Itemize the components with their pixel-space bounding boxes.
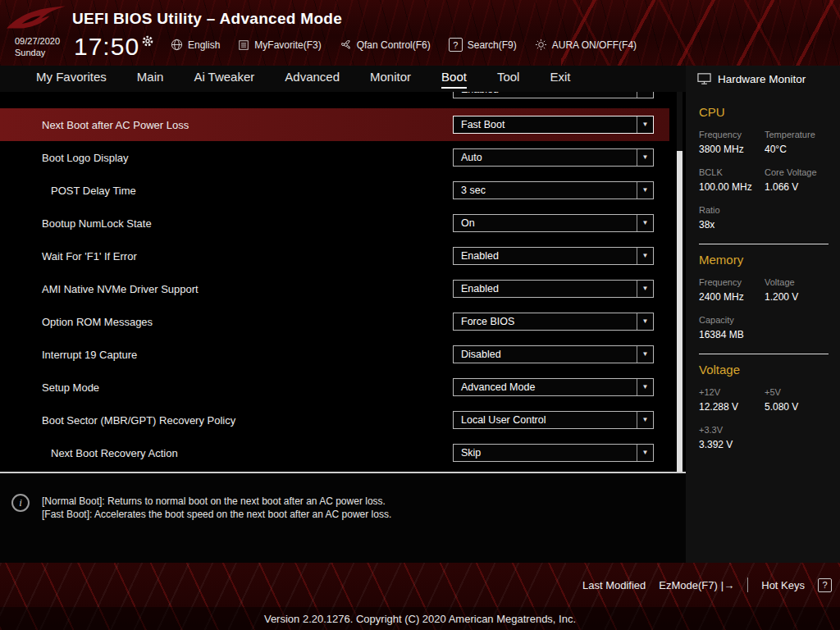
chevron-down-icon: ▼ — [637, 445, 653, 461]
setting-label: Boot Sector (MBR/GPT) Recovery Policy — [42, 414, 235, 427]
time-display: 17:50 — [74, 33, 139, 61]
tab-monitor[interactable]: Monitor — [370, 70, 411, 89]
hm-metric-value: 2400 MHz — [699, 291, 765, 303]
document-icon — [238, 39, 249, 51]
setting-dropdown[interactable]: Fast Boot▼ — [453, 116, 654, 134]
last-modified-button[interactable]: Last Modified — [582, 579, 646, 591]
scrollbar-thumb[interactable] — [677, 151, 682, 472]
setting-dropdown[interactable]: Auto▼ — [453, 148, 654, 167]
scrollbar[interactable] — [677, 92, 682, 472]
tab-exit[interactable]: Exit — [550, 70, 570, 89]
setting-label: Option ROM Messages — [42, 316, 153, 328]
setting-row[interactable]: Interrupt 19 CaptureDisabled▼ — [0, 338, 669, 371]
setting-row[interactable]: Next Boot Recovery ActionSkip▼ — [0, 436, 669, 469]
setting-dropdown[interactable]: Advanced Mode▼ — [453, 378, 654, 396]
hm-metric: +3.3V3.392 V — [699, 425, 765, 450]
ezmode-label: EzMode(F7) — [659, 579, 718, 591]
setting-label: Boot Logo Display — [42, 152, 129, 164]
chevron-down-icon: ▼ — [637, 182, 653, 199]
clock-settings-gear-icon[interactable] — [141, 34, 154, 48]
setting-label: Interrupt 19 Capture — [42, 349, 137, 361]
hm-metric: Capacity16384 MB — [699, 315, 765, 340]
hot-keys-help-icon[interactable]: ? — [818, 578, 832, 592]
fan-icon — [340, 39, 352, 51]
chevron-down-icon: ▼ — [637, 379, 653, 395]
hm-metric-label: Voltage — [765, 277, 840, 287]
setting-label: Wait For 'F1' If Error — [42, 250, 137, 262]
dropdown-value: On — [454, 215, 475, 231]
setting-row[interactable]: Wait For 'F1' If ErrorEnabled▼ — [0, 240, 669, 272]
myfavorite-label: MyFavorite(F3) — [254, 39, 321, 51]
setting-label: Bootup NumLock State — [42, 217, 152, 230]
chevron-down-icon: ▼ — [637, 281, 653, 297]
qfan-control-button[interactable]: Qfan Control(F6) — [340, 39, 431, 51]
language-button[interactable]: English — [171, 39, 220, 51]
version-footer: Version 2.20.1276. Copyright (C) 2020 Am… — [0, 607, 840, 630]
hm-metric: Ratio38x — [699, 205, 765, 231]
date-text: 09/27/2020 — [15, 35, 60, 47]
hm-metric-value: 5.080 V — [765, 401, 840, 413]
setting-row[interactable]: Boot Logo DisplayAuto▼ — [0, 141, 669, 174]
setting-row[interactable]: Next Boot after AC Power LossFast Boot▼ — [0, 108, 669, 141]
setting-dropdown-partial[interactable]: Enabled ▼ — [453, 92, 654, 98]
date-display: 09/27/2020 Sunday — [15, 35, 60, 58]
hm-metric: Temperature40°C — [765, 130, 840, 155]
dropdown-value: Skip — [454, 445, 481, 461]
myfavorite-button[interactable]: MyFavorite(F3) — [238, 39, 321, 51]
chevron-down-icon: ▼ — [637, 248, 653, 264]
main-menu-tabs: My FavoritesMainAi TweakerAdvancedMonito… — [0, 66, 686, 92]
hm-metric: Voltage1.200 V — [765, 277, 840, 303]
settings-list: Next Boot after AC Power LossFast Boot▼B… — [0, 108, 669, 469]
hm-metric-value: 3800 MHz — [699, 144, 765, 155]
tab-advanced[interactable]: Advanced — [285, 70, 340, 89]
hm-section-title: Memory — [699, 253, 840, 267]
qfan-label: Qfan Control(F6) — [357, 39, 431, 51]
setting-row[interactable]: POST Delay Time3 sec▼ — [0, 174, 669, 207]
hm-metric: +12V12.288 V — [699, 387, 765, 413]
hm-metric-value: 3.392 V — [699, 439, 765, 450]
tab-tool[interactable]: Tool — [497, 70, 520, 89]
setting-row[interactable]: AMI Native NVMe Driver SupportEnabled▼ — [0, 272, 669, 305]
setting-dropdown[interactable]: Skip▼ — [453, 444, 654, 462]
dropdown-value: Local User Control — [454, 412, 546, 428]
hm-metric-value: 100.00 MHz — [699, 181, 765, 193]
setting-row[interactable]: Option ROM MessagesForce BIOS▼ — [0, 305, 669, 338]
chevron-down-icon: ▼ — [637, 346, 653, 363]
setting-dropdown[interactable]: Local User Control▼ — [453, 411, 654, 429]
setting-dropdown[interactable]: Disabled▼ — [453, 345, 654, 363]
hm-metric-label: Temperature — [765, 130, 840, 139]
tab-my-favorites[interactable]: My Favorites — [36, 70, 107, 89]
tab-main[interactable]: Main — [137, 70, 164, 89]
setting-dropdown[interactable]: Enabled▼ — [453, 247, 654, 265]
search-label: Search(F9) — [468, 39, 517, 51]
hm-metric-label: +3.3V — [699, 425, 765, 435]
aura-icon — [535, 39, 547, 51]
app-title: UEFI BIOS Utility – Advanced Mode — [72, 10, 342, 28]
help-line: [Fast Boot]: Accelerates the boot speed … — [42, 508, 391, 521]
setting-dropdown[interactable]: 3 sec▼ — [453, 181, 654, 199]
hm-metric-value: 16384 MB — [699, 329, 765, 340]
setting-dropdown[interactable]: Enabled▼ — [453, 280, 654, 298]
aura-button[interactable]: AURA ON/OFF(F4) — [535, 39, 637, 51]
chevron-down-icon: ▼ — [637, 412, 653, 428]
hardware-monitor-body: CPUFrequency3800 MHzTemperature40°CBCLK1… — [686, 92, 840, 450]
setting-dropdown[interactable]: Force BIOS▼ — [453, 313, 654, 331]
chevron-down-icon: ▼ — [637, 92, 653, 98]
setting-row[interactable]: Setup ModeAdvanced Mode▼ — [0, 371, 669, 404]
version-text: Version 2.20.1276. Copyright (C) 2020 Am… — [264, 613, 576, 625]
chevron-down-icon: ▼ — [637, 149, 653, 166]
hm-section-title: CPU — [699, 105, 840, 119]
tab-ai-tweaker[interactable]: Ai Tweaker — [194, 70, 254, 89]
setting-label: Next Boot after AC Power Loss — [42, 119, 189, 131]
ezmode-button[interactable]: EzMode(F7) |→ — [659, 579, 734, 591]
hot-keys-button[interactable]: Hot Keys — [761, 579, 805, 591]
setting-row[interactable]: Bootup NumLock StateOn▼ — [0, 207, 669, 240]
divider — [699, 354, 829, 354]
setting-dropdown[interactable]: On▼ — [453, 214, 654, 232]
setting-row[interactable]: Boot Sector (MBR/GPT) Recovery PolicyLoc… — [0, 404, 669, 436]
hm-metric-label: BCLK — [699, 167, 765, 177]
tab-boot[interactable]: Boot — [441, 70, 467, 89]
info-icon: i — [11, 494, 30, 512]
search-button[interactable]: ? Search(F9) — [449, 38, 517, 52]
search-help-icon: ? — [449, 38, 463, 52]
